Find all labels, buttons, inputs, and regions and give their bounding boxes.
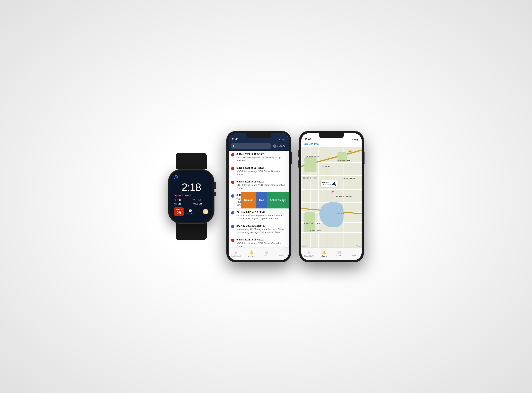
watch-alarm-none: NONE [187, 212, 194, 215]
alarm-text-2: 6. Dec 2021 at 09:46:02 NSG-Internet Nua… [236, 167, 286, 176]
nav-arrow-icon [332, 181, 337, 186]
chevron-left-icon: ‹ [304, 142, 305, 146]
map-back-button[interactable]: ‹ Device Info [304, 142, 319, 146]
map-background: TURTLE CREEK UPTOWN BRYAN PLACE DEEP ELL… [301, 147, 361, 247]
alarm-item-4[interactable]: 6. Dec 2021 at 09:44:22 vSphere-Center V… [229, 192, 289, 208]
map-marker-box[interactable]: dallas 10.10.20.1 [321, 180, 338, 187]
iphone-right-vol-up[interactable] [298, 150, 299, 157]
status-icon: ⬜ [264, 251, 268, 254]
watch-alarm-badge: ⏰ NONE [187, 208, 194, 215]
map-area[interactable]: TURTLE CREEK UPTOWN BRYAN PLACE DEEP ELL… [301, 147, 361, 247]
cancel-x-icon: ✕ [273, 144, 276, 148]
stablenet-label: StableNet® [231, 255, 241, 257]
tab-stablenet-left[interactable]: ⊞ StableNet® [229, 251, 244, 257]
more-label-right: More [352, 254, 356, 256]
map-copyright: © Maps [356, 245, 361, 247]
iphone-left-notch [246, 133, 271, 138]
iphone-left-vol-up[interactable] [226, 150, 226, 157]
stablenet-icon-right: ⊞ [307, 251, 310, 255]
iphone-left-body: 11:45 ▲ wifi ▮ Int ✕ Cancel [226, 131, 291, 262]
iphone-left-time: 11:45 [232, 138, 238, 141]
status-label: Status [264, 255, 269, 257]
watch-moon-icon: 🌕 [202, 209, 209, 215]
status-icon-right: ⬜ [337, 251, 341, 254]
watch-alarm-icon: ⏰ [188, 208, 192, 212]
alarms-label: Alarms [248, 255, 254, 257]
watch-time: 2:18 [174, 182, 209, 193]
iphone-right-vol-down[interactable] [298, 160, 299, 168]
alarm-dot-6 [231, 225, 234, 228]
iphone-right-tab-bar: ⊞ StableNet® 🔔 Alarms ⬜ Status ··· More [301, 247, 361, 260]
tab-stablenet-right[interactable]: ⊞ StableNet® [301, 251, 317, 257]
alarm-text-6: 24. Nov 2021 at 13:50:42 sw-hamburg ACI … [236, 225, 286, 234]
watch-crown [214, 182, 216, 189]
search-bar: Int ✕ Cancel [229, 142, 289, 151]
more-label: More [279, 254, 283, 256]
highway-badge-1: 75 [348, 150, 352, 152]
battery-icon-right: ▮ [357, 139, 358, 141]
more-icon: ··· [280, 251, 283, 254]
iphone-left-power-button[interactable] [291, 152, 292, 164]
iphone-right-power-button[interactable] [364, 152, 365, 164]
tab-more-left[interactable]: ··· More [274, 251, 289, 256]
map-header: ‹ Device Info [301, 142, 361, 147]
acknowledge-button[interactable]: Acknowledge [267, 192, 289, 208]
wifi-icon-right: wifi [354, 139, 356, 141]
cancel-button[interactable]: ✕ Cancel [273, 144, 286, 148]
alarm-item-7[interactable]: 6. Dec 2021 at 09:46:02 NSG-Internet Nua… [229, 236, 289, 247]
park-1 [304, 157, 317, 172]
remind-button[interactable]: Remind [241, 192, 256, 208]
watch-cr: CR: 0 [174, 198, 190, 201]
apple-watch: 2:18 Open Alarms CR: 0 MJ: 30 MI: 36 MG:… [168, 153, 214, 240]
road-v6 [351, 147, 351, 247]
mail-button[interactable]: Mail [256, 192, 267, 208]
iphone-left-vol-down[interactable] [226, 160, 226, 168]
alarms-icon-right: 🔔 [322, 250, 326, 255]
alarm-text-1: 8. Dec 2021 at 10:58:47 Cisco Meraki Int… [236, 153, 286, 162]
swipe-actions: Remind Mail Acknowledge [241, 192, 289, 208]
tab-more-right[interactable]: ··· More [347, 251, 362, 256]
alarm-item-5[interactable]: 24. Nov 2021 at 13:50:42 sw-munich ACI M… [229, 209, 289, 222]
alarm-item-1[interactable]: 8. Dec 2021 at 10:58:47 Cisco Meraki Int… [229, 151, 289, 164]
alarm-text-5: 24. Nov 2021 at 13:50:42 sw-munich ACI M… [236, 211, 286, 220]
alarms-label-right: Alarms [321, 255, 327, 257]
road-v3 [327, 147, 327, 247]
more-icon-right: ··· [352, 251, 356, 254]
map-label-uptown: UPTOWN [322, 165, 330, 167]
alarms-icon: 🔔 [249, 250, 254, 255]
alarm-text-7: 6. Dec 2021 at 09:46:02 NSG-Internet Nua… [236, 238, 286, 247]
signal-icon-right: ▲ [351, 139, 353, 141]
map-label-bryan-place: BRYAN PLACE [337, 159, 350, 161]
alarm-dot-1 [231, 153, 234, 157]
alarm-item-3[interactable]: 6. Dec 2021 at 09:46:02 NSG-Internet Nua… [229, 178, 289, 192]
alarm-dot-5 [231, 211, 234, 215]
watch-open-alarms-label: Open Alarms [174, 194, 209, 197]
alarm-item-2[interactable]: 6. Dec 2021 at 09:46:02 NSG-Internet Nua… [229, 164, 289, 178]
status-label-right: Status [336, 255, 342, 257]
iphone-right: 11:46 ▲ wifi ▮ ‹ Device Info [299, 131, 364, 262]
map-legal: Legal [302, 245, 306, 247]
watch-date-badge: WED 29 [174, 207, 184, 216]
watch-mi: MI: 36 [174, 202, 190, 205]
stablenet-label-right: StableNet® [304, 255, 314, 257]
watch-body: 2:18 Open Alarms CR: 0 MJ: 30 MI: 36 MG:… [168, 169, 214, 223]
alarm-item-6[interactable]: 24. Nov 2021 at 13:50:42 sw-hamburg ACI … [229, 222, 289, 236]
wifi-icon: wifi [281, 139, 284, 141]
watch-screen: 2:18 Open Alarms CR: 0 MJ: 30 MI: 36 MG:… [170, 171, 212, 222]
tab-alarms-right[interactable]: 🔔 Alarms [317, 250, 332, 257]
tab-status-left[interactable]: ⬜ Status [259, 251, 274, 257]
iphone-right-body: 11:46 ▲ wifi ▮ ‹ Device Info [299, 131, 364, 262]
map-marker-info: dallas 10.10.20.1 [322, 181, 331, 186]
devices-container: 2:18 Open Alarms CR: 0 MJ: 30 MI: 36 MG:… [168, 131, 364, 262]
watch-mj: MJ: 30 [193, 198, 209, 201]
iphone-right-status-icons: ▲ wifi ▮ [351, 139, 358, 141]
tab-alarms-left[interactable]: 🔔 Alarms [244, 250, 259, 257]
road-v4 [335, 147, 335, 247]
search-input-area[interactable]: Int [231, 143, 271, 149]
tab-status-right[interactable]: ⬜ Status [332, 251, 347, 257]
watch-button [214, 192, 216, 196]
road-v5 [343, 147, 344, 247]
map-label-deep-ellum: DEEP ELLUM [343, 177, 355, 179]
alarm-dot-3 [231, 181, 234, 184]
alarm-dot-4 [231, 194, 234, 198]
